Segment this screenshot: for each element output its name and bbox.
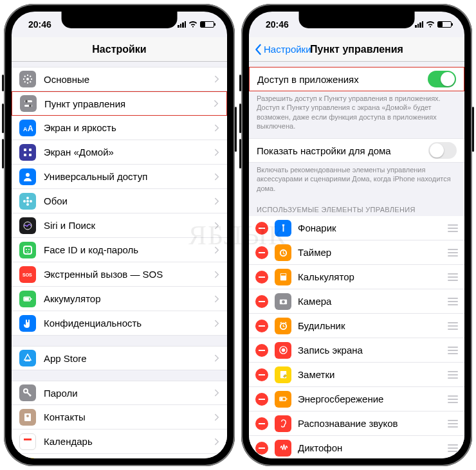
- toggle-switch[interactable]: [428, 142, 457, 159]
- control-row-voice[interactable]: Диктофон: [249, 436, 464, 458]
- remove-button[interactable]: [255, 222, 268, 235]
- svg-rect-44: [280, 398, 282, 401]
- control-label: Таймер: [298, 247, 448, 258]
- lowpower-icon: [275, 391, 291, 408]
- reorder-grip-icon[interactable]: [448, 273, 458, 281]
- settings-row-calendar[interactable]: Календарь: [12, 429, 227, 454]
- phone-left: 20:46 Настройки ОсновныеПункт управления…: [4, 4, 235, 466]
- control-row-notes2[interactable]: Заметки: [249, 363, 464, 387]
- page-title: Настройки: [92, 44, 146, 55]
- reorder-grip-icon[interactable]: [448, 395, 458, 403]
- remove-button[interactable]: [255, 442, 268, 455]
- settings-row-appstore[interactable]: App Store: [12, 346, 227, 370]
- control-row-timer[interactable]: Таймер: [249, 240, 464, 265]
- chevron-right-icon: [214, 222, 219, 230]
- svg-rect-42: [280, 371, 286, 378]
- footer-text: Включать рекомендованные элементы управл…: [249, 163, 464, 197]
- svg-point-38: [282, 300, 285, 303]
- control-label: Распознавание звуков: [298, 418, 448, 429]
- settings-row-hand[interactable]: Конфиденциальность: [12, 311, 227, 336]
- svg-point-20: [28, 249, 30, 250]
- reorder-grip-icon[interactable]: [448, 298, 458, 305]
- toggle-row: Показать настройки для дома: [249, 138, 464, 163]
- control-row-calc[interactable]: Калькулятор: [249, 265, 464, 289]
- remove-button[interactable]: [255, 320, 268, 332]
- remove-button[interactable]: [255, 417, 268, 430]
- settings-row-siri[interactable]: Siri и Поиск: [12, 213, 227, 238]
- reorder-grip-icon[interactable]: [448, 444, 458, 452]
- battery-icon: [437, 21, 452, 28]
- reorder-grip-icon[interactable]: [448, 224, 458, 232]
- settings-row-notes[interactable]: Заметки: [12, 454, 227, 458]
- flashlight-icon: [275, 220, 291, 237]
- control-label: Будильник: [298, 320, 448, 331]
- control-row-record[interactable]: Запись экрана: [249, 338, 464, 363]
- switches-icon: [20, 95, 37, 112]
- row-label: Основные: [44, 74, 214, 85]
- remove-button[interactable]: [255, 368, 268, 381]
- svg-point-14: [26, 203, 29, 206]
- appstore-icon: [19, 350, 36, 366]
- remove-button[interactable]: [255, 344, 268, 357]
- remove-button[interactable]: [255, 246, 268, 259]
- settings-row-contacts[interactable]: Контакты: [12, 405, 227, 429]
- svg-point-12: [26, 200, 29, 203]
- control-row-alarm[interactable]: Будильник: [249, 314, 464, 338]
- section-header: ИСПОЛЬЗУЕМЫЕ ЭЛЕМЕНТЫ УПРАВЛЕНИЯ: [249, 197, 464, 216]
- back-button[interactable]: Настройки: [254, 44, 311, 55]
- reorder-grip-icon[interactable]: [448, 420, 458, 428]
- svg-point-19: [26, 249, 27, 250]
- reorder-grip-icon[interactable]: [448, 249, 458, 257]
- svg-point-28: [26, 415, 29, 417]
- toggle-switch[interactable]: [428, 71, 456, 87]
- control-row-flashlight[interactable]: Фонарик: [249, 216, 464, 240]
- row-label: Face ID и код-пароль: [44, 244, 214, 255]
- reorder-grip-icon[interactable]: [448, 371, 458, 379]
- control-row-ear[interactable]: Распознавание звуков: [249, 411, 464, 436]
- settings-row-sos[interactable]: SOSЭкстренный вызов — SOS: [12, 262, 227, 287]
- control-row-camera[interactable]: Камера: [249, 289, 464, 314]
- row-label: Конфиденциальность: [44, 318, 214, 329]
- svg-text:A: A: [28, 124, 33, 133]
- settings-row-grid[interactable]: Экран «Домой»: [12, 140, 227, 165]
- alarm-icon: [275, 318, 291, 334]
- chevron-right-icon: [214, 197, 219, 205]
- battery-icon: [19, 291, 36, 307]
- svg-rect-7: [24, 149, 26, 151]
- chevron-right-icon: [214, 124, 219, 132]
- reorder-grip-icon[interactable]: [448, 347, 458, 354]
- reorder-grip-icon[interactable]: [448, 322, 458, 330]
- settings-row-battery[interactable]: Аккумулятор: [12, 287, 227, 311]
- textsize-icon: AA: [19, 120, 36, 136]
- navbar: Настройки Пункт управления: [249, 37, 464, 62]
- settings-row-textsize[interactable]: AAЭкран и яркость: [12, 116, 227, 140]
- settings-row-gear[interactable]: Основные: [12, 67, 227, 91]
- svg-point-0: [26, 78, 29, 80]
- settings-row-key[interactable]: Пароли: [12, 381, 227, 405]
- settings-row-switches[interactable]: Пункт управления: [12, 91, 227, 116]
- svg-point-15: [23, 200, 26, 203]
- chevron-right-icon: [214, 100, 219, 107]
- navbar: Настройки: [12, 37, 227, 62]
- page-title: Пункт управления: [310, 44, 403, 55]
- key-icon: [19, 384, 36, 401]
- control-row-lowpower[interactable]: Энергосбережение: [249, 387, 464, 411]
- voice-icon: [275, 440, 291, 456]
- svg-rect-10: [29, 154, 32, 156]
- svg-rect-23: [24, 298, 29, 300]
- chevron-left-icon: [254, 44, 262, 55]
- settings-row-faceid[interactable]: Face ID и код-пароль: [12, 238, 227, 262]
- remove-button[interactable]: [255, 393, 268, 406]
- person-icon: [19, 168, 36, 185]
- notch: [61, 12, 178, 28]
- sos-icon: SOS: [19, 266, 36, 283]
- chevron-right-icon: [214, 295, 219, 303]
- svg-rect-30: [24, 438, 32, 440]
- remove-button[interactable]: [255, 271, 268, 284]
- settings-row-flower[interactable]: Обои: [12, 189, 227, 213]
- settings-row-person[interactable]: Универсальный доступ: [12, 165, 227, 189]
- control-label: Запись экрана: [298, 345, 448, 356]
- remove-button[interactable]: [255, 295, 268, 308]
- footer-text: Разрешить доступ к Пункту управления в п…: [249, 91, 464, 134]
- row-label: Обои: [44, 195, 214, 206]
